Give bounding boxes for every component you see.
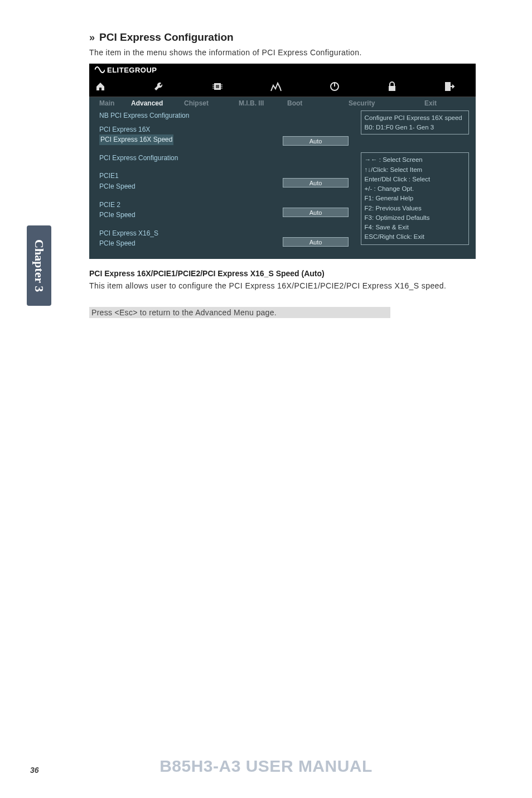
bios-item-pci-config: PCI Express Configuration	[99, 153, 283, 164]
wrench-icon[interactable]	[153, 80, 165, 93]
bios-item-pcie16x[interactable]: PCI Express 16X	[99, 124, 283, 135]
section-heading-row: » PCI Express Configuration	[89, 31, 480, 44]
bios-body: NB PCI Express Configuration PCI Express…	[89, 109, 476, 259]
bios-item-pcie2: PCIE 2	[99, 200, 283, 210]
bios-item-pcie16x-speed[interactable]: PCI Express 16X Speed	[99, 134, 173, 145]
help-f3: F3: Optimized Defaults	[365, 213, 465, 223]
bios-mid-col: Auto Auto Auto Auto	[283, 110, 361, 249]
help-esc: ESC/Right Click: Exit	[365, 232, 465, 242]
bios-right-col: Configure PCI Express 16X speed B0: D1:F…	[361, 110, 469, 249]
exit-door-icon[interactable]	[444, 81, 455, 92]
select-pcie16x-speed[interactable]: Auto	[283, 136, 349, 146]
tab-mib[interactable]: M.I.B. III	[234, 99, 287, 107]
subsection-body: This item allows user to configure the P…	[89, 281, 480, 290]
bios-item-help: Configure PCI Express 16X speed B0: D1:F…	[361, 110, 469, 134]
select-pcie2-speed[interactable]: Auto	[283, 208, 349, 217]
bios-left-col: NB PCI Express Configuration PCI Express…	[99, 110, 283, 249]
lock-icon[interactable]	[387, 81, 397, 92]
bios-panel: ELITEGROUP Main Advanced Chipset M.I.B. …	[89, 64, 476, 259]
chapter-side-label: Chapter 3	[32, 239, 46, 292]
select-pcie1-speed[interactable]: Auto	[283, 178, 349, 188]
bios-item-nbpci: NB PCI Express Configuration	[99, 110, 283, 121]
svg-rect-10	[389, 86, 395, 91]
home-icon[interactable]	[95, 81, 106, 92]
help-f1: F1: General Help	[365, 194, 465, 203]
help-change-opt: +/- : Change Opt.	[365, 184, 465, 194]
bios-tab-row: Main Advanced Chipset M.I.B. III Boot Se…	[89, 97, 476, 109]
tuning-icon[interactable]	[270, 81, 282, 92]
ecs-logo-icon	[95, 66, 105, 74]
page-number: 36	[30, 766, 39, 775]
bios-item-pcie2-speed[interactable]: PCIe Speed	[99, 210, 283, 220]
help-enter: Enter/Dbl Click : Select	[365, 175, 465, 184]
bios-icon-row	[89, 76, 476, 97]
esc-note: Press <Esc> to return to the Advanced Me…	[89, 307, 390, 318]
chip-icon[interactable]	[212, 81, 223, 92]
svg-rect-11	[445, 82, 451, 91]
section-heading: PCI Express Configuration	[99, 31, 234, 44]
tab-exit[interactable]: Exit	[404, 99, 437, 107]
manual-title: B85H3-A3 USER MANUAL	[0, 757, 532, 776]
chapter-side-tab: Chapter 3	[27, 225, 51, 306]
tab-security[interactable]: Security	[337, 99, 404, 107]
tab-advanced[interactable]: Advanced	[131, 99, 184, 107]
footer: B85H3-A3 USER MANUAL	[0, 757, 532, 776]
tab-boot[interactable]: Boot	[287, 99, 337, 107]
bios-brand-text: ELITEGROUP	[107, 66, 157, 74]
power-icon[interactable]	[329, 81, 340, 92]
help-f2: F2: Previous Values	[365, 204, 465, 213]
bios-item-pcie1-speed[interactable]: PCIe Speed	[99, 181, 283, 192]
svg-rect-1	[216, 85, 219, 88]
help-select-item: ↑↓/Click: Select Item	[365, 165, 465, 175]
help-select-screen: →← : Select Screen	[365, 155, 465, 165]
bios-key-help: →← : Select Screen ↑↓/Click: Select Item…	[361, 152, 469, 244]
ecs-logo: ELITEGROUP	[95, 66, 157, 74]
bios-brand-bar: ELITEGROUP	[89, 64, 476, 76]
help-f4: F4: Save & Exit	[365, 223, 465, 232]
tab-chipset[interactable]: Chipset	[184, 99, 234, 107]
select-pcie-x16s-speed[interactable]: Auto	[283, 237, 349, 247]
subsection-heading: PCI Express 16X/PCIE1/PCIE2/PCI Express …	[89, 269, 480, 278]
tab-main[interactable]: Main	[89, 99, 131, 107]
bios-item-pcie1: PCIE1	[99, 171, 283, 181]
chevron-right-icon: »	[89, 32, 95, 44]
bios-item-pcie-x16s-speed[interactable]: PCIe Speed	[99, 238, 283, 249]
section-intro: The item in the menu shows the informati…	[89, 48, 480, 57]
bios-item-pcie-x16s: PCI Express X16_S	[99, 228, 283, 239]
